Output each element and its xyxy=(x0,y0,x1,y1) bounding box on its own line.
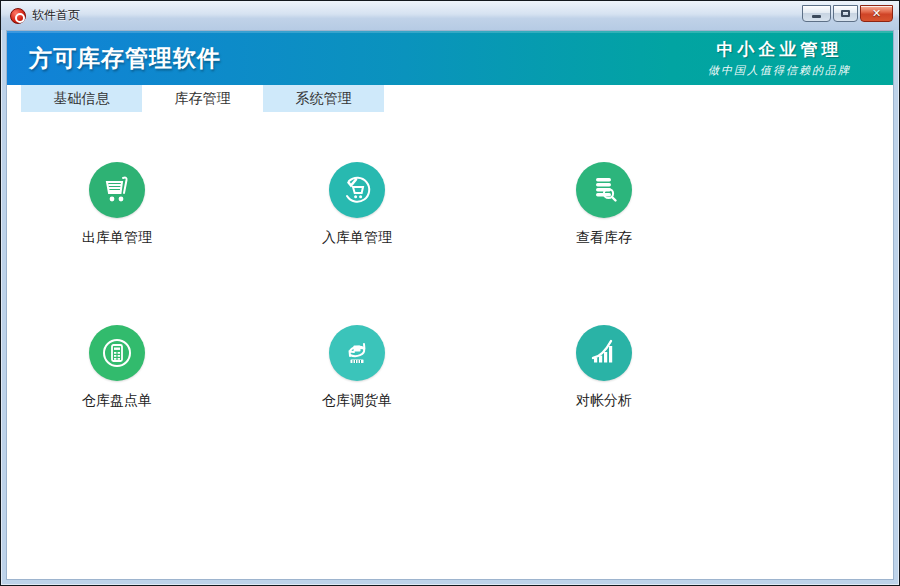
tile-label: 入库单管理 xyxy=(322,229,392,247)
tile-circle xyxy=(329,325,385,381)
window-frame: 方可库存管理软件 中小企业管理 做中国人值得信赖的品牌 基础信息 库存管理 系统… xyxy=(6,30,894,580)
tile-transfer-orders[interactable]: 仓库调货单 xyxy=(291,325,423,410)
tile-grid: 出库单管理 入库单管理 xyxy=(7,112,893,579)
tile-outbound-orders[interactable]: 出库单管理 xyxy=(51,162,183,247)
tile-circle xyxy=(576,162,632,218)
tile-circle xyxy=(576,325,632,381)
box-transfer-icon xyxy=(341,337,373,369)
tab-system-management[interactable]: 系统管理 xyxy=(263,85,384,112)
close-icon: ✕ xyxy=(872,8,881,19)
app-header: 方可库存管理软件 中小企业管理 做中国人值得信赖的品牌 xyxy=(7,31,893,85)
tile-label: 查看库存 xyxy=(576,229,632,247)
tile-label: 出库单管理 xyxy=(82,229,152,247)
tile-stocktaking[interactable]: 仓库盘点单 xyxy=(51,325,183,410)
window-title: 软件首页 xyxy=(32,7,802,24)
brand-block: 中小企业管理 做中国人值得信赖的品牌 xyxy=(708,38,851,78)
close-button[interactable]: ✕ xyxy=(860,5,893,22)
app-window: 软件首页 ✕ 方可库存管理软件 中小企业管理 做中国人值得信赖的品牌 基础信息 xyxy=(0,0,900,586)
cart-full-icon xyxy=(101,174,133,206)
tile-label: 对帐分析 xyxy=(576,392,632,410)
maximize-icon xyxy=(841,10,850,17)
tab-bar: 基础信息 库存管理 系统管理 xyxy=(7,85,893,112)
brand-title: 中小企业管理 xyxy=(708,38,851,61)
tile-label: 仓库盘点单 xyxy=(82,392,152,410)
tile-circle xyxy=(329,162,385,218)
tile-label: 仓库调货单 xyxy=(322,392,392,410)
brand-slogan: 做中国人值得信赖的品牌 xyxy=(708,63,851,78)
minimize-icon xyxy=(812,15,821,18)
tab-basic-info[interactable]: 基础信息 xyxy=(21,85,142,112)
window-controls: ✕ xyxy=(802,5,893,22)
chart-growth-icon xyxy=(588,337,620,369)
cart-sync-check-icon xyxy=(341,174,373,206)
app-title: 方可库存管理软件 xyxy=(29,43,221,74)
tile-reconciliation-analysis[interactable]: 对帐分析 xyxy=(538,325,670,410)
maximize-button[interactable] xyxy=(833,5,858,22)
tile-circle xyxy=(89,325,145,381)
minimize-button[interactable] xyxy=(802,5,831,22)
titlebar: 软件首页 ✕ xyxy=(1,1,899,30)
tile-inbound-orders[interactable]: 入库单管理 xyxy=(291,162,423,247)
app-logo-icon xyxy=(10,8,26,24)
stack-search-icon xyxy=(588,174,620,206)
tile-view-inventory[interactable]: 查看库存 xyxy=(538,162,670,247)
calculator-icon xyxy=(101,337,133,369)
tab-inventory-management[interactable]: 库存管理 xyxy=(142,85,263,112)
tile-circle xyxy=(89,162,145,218)
